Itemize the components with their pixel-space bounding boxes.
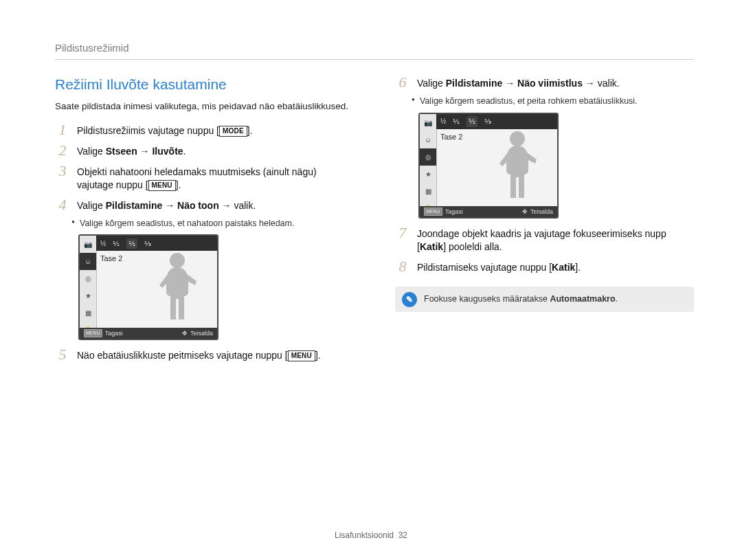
camera-icon: 📷: [80, 236, 96, 253]
step-text: Valige: [77, 146, 106, 157]
step-body: Objekti nahatooni heledamaks muutmiseks …: [77, 164, 317, 192]
step-body: Joondage objekt kaadris ja vajutage foku…: [417, 225, 666, 254]
step-bold: Katik: [420, 241, 443, 252]
step-bold: Näo viimistlus: [517, 78, 583, 89]
step-2: 2 Valige Stseen → Iluvõte.: [55, 143, 354, 158]
step-6: 6 Valige Pildistamine → Näo viimistlus →…: [395, 75, 694, 90]
step-3: 3 Objekti nahatooni heledamaks muutmisek…: [55, 164, 354, 192]
lcd-level-bar: ½ ⅟₁ ⅟₂ ⅟₃: [436, 114, 557, 129]
face-tone-icon: ☺: [80, 253, 96, 270]
step-number: 1: [55, 122, 70, 137]
level-option: ½: [440, 117, 446, 126]
step-body: Pildistusrežiimis vajutage nuppu [MODE].: [77, 122, 253, 137]
note-icon: ✎: [402, 292, 417, 307]
lcd-illustration-face-retouch: 📷 ☺ ◎ ★ ▦ ✋ ½ ⅟₁ ⅟₂ ⅟₃ Tase 2: [418, 113, 559, 219]
step-body: Valige Stseen → Iluvõte.: [77, 143, 186, 158]
camera-icon: 📷: [420, 114, 436, 131]
level-option: ⅟₁: [113, 239, 120, 249]
svg-point-0: [170, 253, 185, 268]
lcd-move-label: Teisalda: [190, 329, 213, 337]
breadcrumb: Pildistusrežiimid: [55, 41, 694, 60]
star-icon: ★: [80, 287, 96, 304]
step-arrow: →: [162, 200, 177, 211]
intro-text: Saate pildistada inimesi valikutega, mis…: [55, 100, 354, 113]
lcd-level-caption: Tase 2: [100, 254, 122, 264]
step-6-sub: Valige kõrgem seadistus, et peita rohkem…: [412, 96, 694, 107]
level-option: ½: [100, 239, 106, 249]
step-body: Valige Pildistamine → Näo viimistlus → v…: [417, 75, 620, 90]
step-arrow: →: [137, 146, 153, 157]
note-text: Fookuse kauguseks määratakse: [424, 294, 550, 304]
step-1: 1 Pildistusrežiimis vajutage nuppu [MODE…: [55, 122, 354, 137]
step-text: vajutage nuppu [: [77, 179, 148, 190]
note-box: ✎ Fookuse kauguseks määratakse Automaatm…: [395, 287, 694, 312]
step-bold: Pildistamine: [106, 200, 162, 211]
step-text: Pildistusrežiimis vajutage nuppu [: [77, 125, 219, 136]
step-text: → valik.: [219, 200, 256, 211]
level-option-selected: ⅟₂: [466, 116, 477, 127]
step-text: ] pooleldi alla.: [443, 241, 502, 252]
step-body: Valige Pildistamine → Näo toon → valik.: [77, 197, 256, 212]
step-text: Valige: [77, 200, 106, 211]
step-number: 8: [395, 259, 410, 274]
target-icon: ◎: [80, 270, 96, 287]
level-option: ⅟₃: [484, 117, 491, 126]
move-icon: ✥: [182, 329, 188, 337]
step-body: Näo ebatäiuslikkuste peitmiseks vajutage…: [77, 347, 321, 362]
step-7: 7 Joondage objekt kaadris ja vajutage fo…: [395, 225, 694, 254]
step-text: Objekti nahatooni heledamaks muutmiseks …: [77, 166, 317, 179]
mode-button-label: MODE: [219, 126, 247, 137]
lcd-bottom-bar: MENUTagasi ✥Teisalda: [420, 206, 557, 217]
step-text: ].: [575, 262, 581, 273]
lcd-level-bar: ½ ⅟₁ ⅟₂ ⅟₃: [96, 236, 217, 251]
note-bold: Automaatmakro: [550, 294, 615, 304]
level-option: ⅟₁: [453, 117, 460, 126]
step-number: 3: [55, 164, 70, 179]
menu-mini-button: MENU: [424, 208, 442, 216]
step-body: Pildistamiseks vajutage nuppu [Katik].: [417, 259, 581, 274]
person-silhouette: [490, 129, 545, 205]
step-text: → valik.: [583, 78, 620, 89]
step-number: 2: [55, 143, 70, 158]
step-bold: Katik: [552, 262, 575, 273]
step-text: Näo ebatäiuslikkuste peitmiseks vajutage…: [77, 350, 288, 361]
lcd-back-label: Tagasi: [105, 329, 123, 337]
section-heading: Režiimi Iluvõte kasutamine: [55, 75, 354, 94]
level-option-selected: ⅟₂: [126, 238, 137, 249]
step-text: .: [183, 146, 186, 157]
grid-icon: ▦: [420, 183, 436, 200]
lcd-sidebar: 📷 ☺ ◎ ★ ▦ ✋: [420, 114, 437, 217]
step-text: ].: [247, 125, 253, 136]
step-number: 6: [395, 75, 410, 90]
svg-point-1: [510, 131, 525, 146]
step-text: Pildistamiseks vajutage nuppu [: [417, 262, 552, 273]
footer-page-number: 32: [398, 530, 407, 540]
level-option: ⅟₃: [144, 239, 151, 249]
step-4-sub: Valige kõrgem seadistus, et nahatoon pai…: [71, 218, 354, 229]
grid-icon: ▦: [80, 304, 96, 322]
left-column: Režiimi Iluvõte kasutamine Saate pildist…: [55, 75, 354, 368]
step-bold: Näo toon: [177, 200, 219, 211]
menu-button-label: MENU: [148, 180, 176, 191]
step-bold: Stseen: [106, 146, 137, 157]
step-number: 4: [55, 197, 70, 212]
lcd-sidebar: 📷 ☺ ◎ ★ ▦ ✋: [80, 236, 97, 339]
right-column: 6 Valige Pildistamine → Näo viimistlus →…: [395, 75, 694, 368]
face-retouch-icon: ◎: [420, 148, 436, 166]
step-text: ].: [176, 179, 181, 190]
move-icon: ✥: [522, 208, 528, 216]
person-silhouette: [150, 251, 205, 326]
step-number: 7: [395, 225, 410, 240]
footer-section: Lisafunktsioonid: [335, 530, 394, 540]
lcd-illustration-face-tone: 📷 ☺ ◎ ★ ▦ ✋ ½ ⅟₁ ⅟₂ ⅟₃ Tase 2: [78, 234, 218, 340]
note-text: .: [616, 294, 618, 304]
step-5: 5 Näo ebatäiuslikkuste peitmiseks vajuta…: [55, 347, 354, 362]
step-bold: Pildistamine: [446, 78, 502, 89]
step-bold: Iluvõte: [152, 146, 183, 157]
face-tone-icon: ☺: [420, 131, 436, 148]
step-text: Valige: [417, 78, 446, 89]
lcd-back-label: Tagasi: [445, 208, 463, 216]
lcd-bottom-bar: MENUTagasi ✥Teisalda: [80, 328, 217, 339]
step-text: Joondage objekt kaadris ja vajutage foku…: [417, 227, 666, 240]
step-8: 8 Pildistamiseks vajutage nuppu [Katik].: [395, 259, 694, 274]
